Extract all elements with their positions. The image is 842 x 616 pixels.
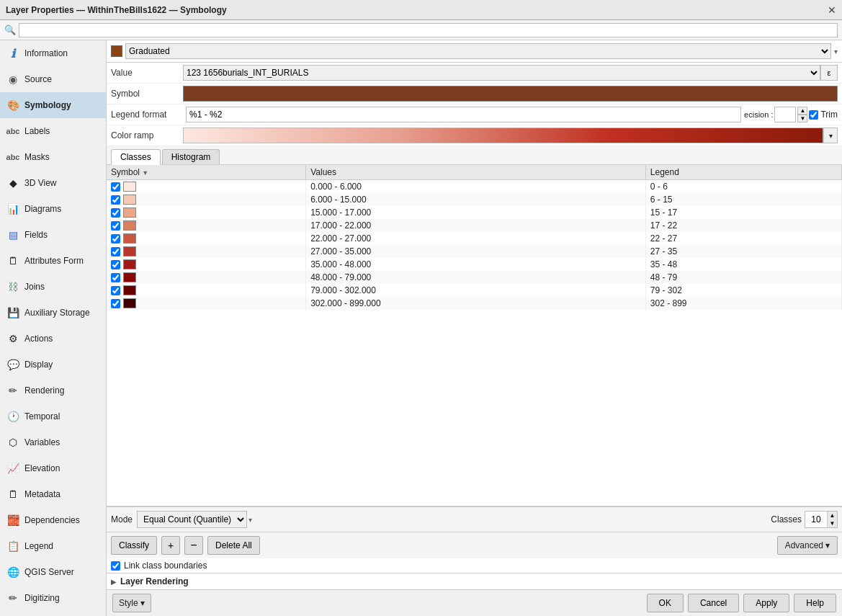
row-checkbox-3[interactable] xyxy=(111,221,120,231)
sidebar-item-variables[interactable]: ⬡ Variables xyxy=(0,429,106,455)
col-legend[interactable]: Legend xyxy=(645,165,841,180)
close-button[interactable]: ✕ xyxy=(828,4,836,16)
delete-all-button[interactable]: Delete All xyxy=(207,536,260,555)
symbology-icon: 🎨 xyxy=(6,98,20,112)
display-icon: 💬 xyxy=(6,357,20,372)
qgisserver-icon: 🌐 xyxy=(6,565,20,579)
epsilon-button[interactable]: ε xyxy=(820,65,838,81)
sidebar-item-symbology[interactable]: 🎨 Symbology xyxy=(0,92,106,118)
classes-input[interactable] xyxy=(805,512,827,527)
info-icon: ℹ xyxy=(6,46,20,61)
value-select[interactable]: 123 1656burials_INT_BURIALS xyxy=(183,65,820,81)
row-checkbox-7[interactable] xyxy=(111,273,120,282)
sidebar-item-digitizing[interactable]: ✏ Digitizing xyxy=(0,585,106,611)
layer-rendering-row[interactable]: ▶ Layer Rendering xyxy=(107,573,842,589)
precision-group: ecision : ▲ ▼ Trim xyxy=(744,107,838,122)
sidebar-item-legend[interactable]: 📋 Legend xyxy=(0,533,106,559)
add-class-button[interactable]: + xyxy=(161,536,180,555)
row-color-swatch-8[interactable] xyxy=(123,285,136,295)
sidebar-item-rendering[interactable]: ✏ Rendering xyxy=(0,378,106,403)
row-legend-7: 48 - 79 xyxy=(645,271,841,284)
color-ramp-dropdown-button[interactable]: ▾ xyxy=(823,128,838,143)
row-color-swatch-6[interactable] xyxy=(123,259,136,269)
row-checkbox-0[interactable] xyxy=(111,182,120,192)
table-row[interactable]: 79.000 - 302.000 79 - 302 xyxy=(107,284,842,297)
row-color-swatch-1[interactable] xyxy=(123,195,136,205)
row-checkbox-2[interactable] xyxy=(111,208,120,218)
search-input[interactable] xyxy=(19,23,838,37)
renderer-select[interactable]: Graduated xyxy=(125,43,831,59)
sidebar-item-information[interactable]: ℹ Information xyxy=(0,40,106,66)
col-symbol[interactable]: Symbol ▼ xyxy=(107,165,306,180)
row-checkbox-8[interactable] xyxy=(111,286,120,295)
link-class-checkbox[interactable] xyxy=(111,561,120,571)
table-row[interactable]: 27.000 - 35.000 27 - 35 xyxy=(107,245,842,258)
precision-up-button[interactable]: ▲ xyxy=(797,107,807,115)
row-checkbox-4[interactable] xyxy=(111,234,120,244)
sidebar-item-qgisserver[interactable]: 🌐 QGIS Server xyxy=(0,559,106,585)
symbol-color-button[interactable] xyxy=(183,86,838,102)
row-color-swatch-7[interactable] xyxy=(123,272,136,282)
apply-button[interactable]: Apply xyxy=(743,594,789,612)
table-row[interactable]: 0.000 - 6.000 0 - 6 xyxy=(107,180,842,194)
sidebar-item-masks[interactable]: abc Masks xyxy=(0,144,106,170)
row-checkbox-9[interactable] xyxy=(111,299,120,308)
sidebar-item-labels[interactable]: abc Labels xyxy=(0,118,106,144)
sidebar-item-source[interactable]: ◉ Source xyxy=(0,66,106,92)
sidebar-item-label: QGIS Server xyxy=(24,567,74,577)
precision-down-button[interactable]: ▼ xyxy=(797,115,807,122)
advanced-button[interactable]: Advanced ▾ xyxy=(777,536,838,555)
row-checkbox-1[interactable] xyxy=(111,195,120,205)
trim-checkbox[interactable] xyxy=(809,110,818,120)
ok-button[interactable]: OK xyxy=(647,594,684,612)
classify-button[interactable]: Classify xyxy=(111,536,157,555)
help-button[interactable]: Help xyxy=(794,594,836,612)
col-values[interactable]: Values xyxy=(306,165,646,180)
row-legend-8: 79 - 302 xyxy=(645,284,841,297)
sidebar-item-joins[interactable]: ⛓ Joins xyxy=(0,274,106,300)
row-checkbox-6[interactable] xyxy=(111,260,120,269)
tab-histogram[interactable]: Histogram xyxy=(162,149,220,164)
classes-down-button[interactable]: ▼ xyxy=(827,519,837,527)
style-dropdown-icon: ▾ xyxy=(140,598,145,608)
sidebar-item-attributes[interactable]: 🗒 Attributes Form xyxy=(0,248,106,274)
table-row[interactable]: 17.000 - 22.000 17 - 22 xyxy=(107,219,842,232)
sidebar: ℹ Information ◉ Source 🎨 Symbology abc L… xyxy=(0,40,107,616)
sidebar-item-display[interactable]: 💬 Display xyxy=(0,352,106,378)
mode-select[interactable]: Equal Count (Quantile) xyxy=(137,511,247,528)
tab-classes[interactable]: Classes xyxy=(111,149,161,165)
sidebar-item-temporal[interactable]: 🕐 Temporal xyxy=(0,403,106,429)
row-color-swatch-5[interactable] xyxy=(123,246,136,256)
table-row[interactable]: 22.000 - 27.000 22 - 27 xyxy=(107,232,842,245)
row-color-swatch-0[interactable] xyxy=(123,182,136,192)
sidebar-item-actions[interactable]: ⚙ Actions xyxy=(0,326,106,352)
sidebar-item-dependencies[interactable]: 🧱 Dependencies xyxy=(0,507,106,533)
sidebar-item-diagrams[interactable]: 📊 Diagrams xyxy=(0,196,106,222)
table-row[interactable]: 48.000 - 79.000 48 - 79 xyxy=(107,271,842,284)
color-ramp-bar[interactable] xyxy=(183,128,823,143)
sidebar-item-elevation[interactable]: 📈 Elevation xyxy=(0,455,106,481)
table-row[interactable]: 6.000 - 15.000 6 - 15 xyxy=(107,193,842,206)
tabs-bar: Classes Histogram xyxy=(107,146,842,165)
sidebar-item-3dview[interactable]: ◆ 3D View xyxy=(0,170,106,196)
classes-up-button[interactable]: ▲ xyxy=(827,512,837,519)
sidebar-item-fields[interactable]: ▤ Fields xyxy=(0,222,106,248)
row-color-swatch-3[interactable] xyxy=(123,220,136,231)
table-row[interactable]: 35.000 - 48.000 35 - 48 xyxy=(107,258,842,271)
content-area: Graduated ▾ Value 123 1656burials_INT_BU… xyxy=(107,40,842,616)
row-values-0: 0.000 - 6.000 xyxy=(306,180,646,194)
legend-format-input[interactable] xyxy=(186,107,741,122)
sidebar-item-auxiliary[interactable]: 💾 Auxiliary Storage xyxy=(0,300,106,326)
sidebar-item-label: Joins xyxy=(24,282,45,292)
row-checkbox-5[interactable] xyxy=(111,247,120,256)
sidebar-item-metadata[interactable]: 🗒 Metadata xyxy=(0,481,106,507)
table-row[interactable]: 302.000 - 899.000 302 - 899 xyxy=(107,297,842,310)
row-color-swatch-2[interactable] xyxy=(123,207,136,218)
table-row[interactable]: 15.000 - 17.000 15 - 17 xyxy=(107,206,842,219)
style-button[interactable]: Style ▾ xyxy=(112,594,151,612)
remove-class-button[interactable]: − xyxy=(184,536,203,555)
row-color-swatch-4[interactable] xyxy=(123,233,136,244)
row-color-swatch-9[interactable] xyxy=(123,298,136,308)
precision-input[interactable] xyxy=(774,107,796,122)
cancel-button[interactable]: Cancel xyxy=(688,594,739,612)
